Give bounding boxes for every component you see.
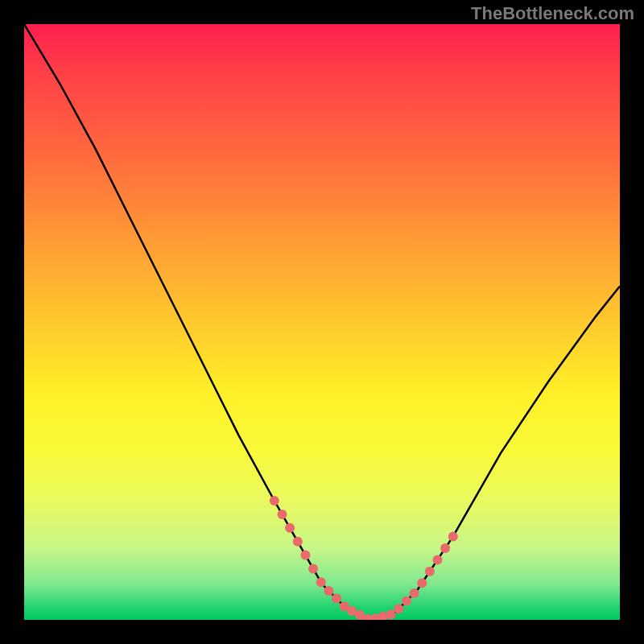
plot-area bbox=[24, 24, 620, 620]
curve-dot bbox=[394, 604, 403, 613]
curve-dot bbox=[324, 586, 333, 596]
curve-dot bbox=[316, 577, 326, 587]
curve-dot bbox=[386, 609, 396, 619]
curve-dot bbox=[448, 531, 458, 541]
curve-dot bbox=[285, 523, 295, 533]
curve-dot bbox=[417, 578, 427, 588]
dotted-region bbox=[270, 496, 458, 620]
curve-dot bbox=[332, 594, 341, 604]
curve-dot bbox=[300, 551, 310, 560]
curve-dot bbox=[433, 555, 443, 564]
curve-dot bbox=[410, 588, 419, 598]
curve-dot bbox=[402, 597, 411, 606]
curve-path bbox=[24, 24, 620, 620]
curve-dot bbox=[293, 537, 303, 547]
curve-svg bbox=[24, 24, 620, 620]
curve-dot bbox=[278, 510, 287, 519]
curve-dot bbox=[425, 567, 435, 576]
curve-dot bbox=[270, 496, 279, 506]
watermark-text: TheBottleneck.com bbox=[471, 3, 634, 24]
curve-dot bbox=[308, 564, 318, 574]
curve-dot bbox=[440, 543, 450, 553]
chart-container: TheBottleneck.com bbox=[0, 0, 644, 644]
